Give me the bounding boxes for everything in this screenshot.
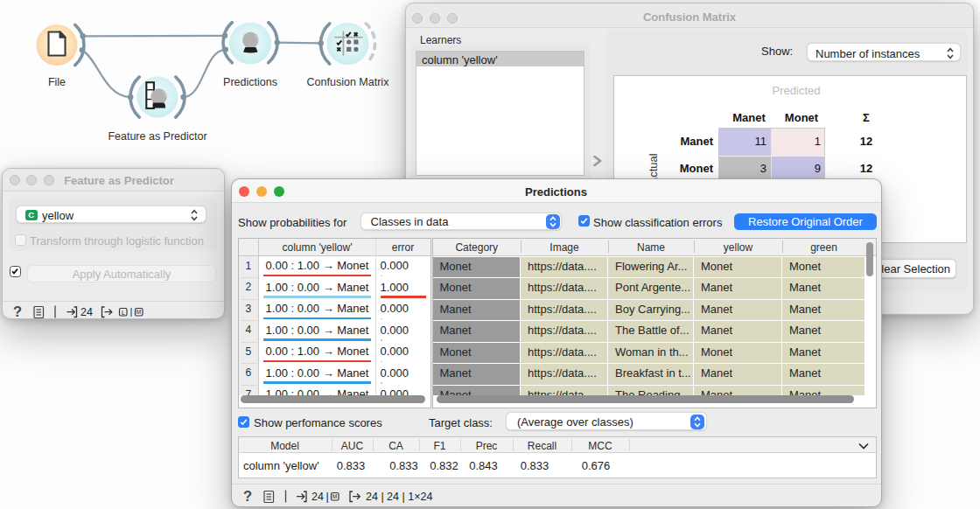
svg-text:L: L	[122, 310, 125, 316]
svg-text:?: ?	[243, 489, 252, 504]
svg-text:24 | 24 | 1×24: 24 | 24 | 1×24	[366, 491, 432, 503]
svg-text:24 |: 24 |	[312, 491, 329, 503]
svg-text:?: ?	[13, 304, 22, 319]
svg-text:|: |	[130, 306, 133, 317]
svg-text:M: M	[332, 493, 336, 499]
svg-text:24: 24	[80, 306, 93, 318]
svg-text:M: M	[136, 309, 141, 315]
